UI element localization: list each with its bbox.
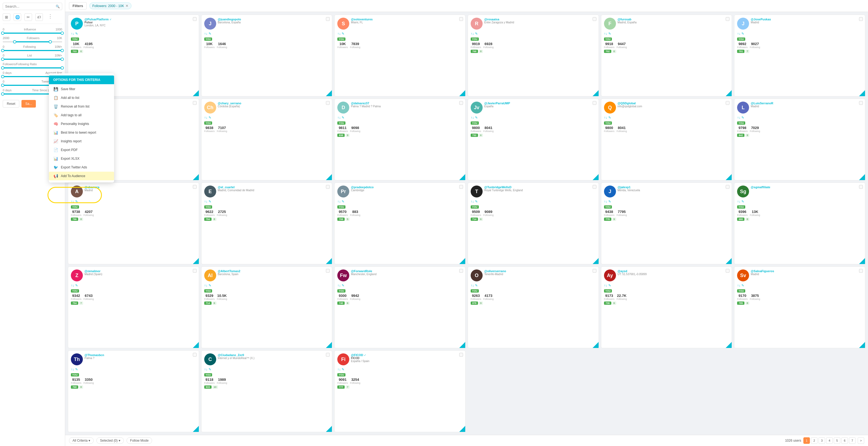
dropdown-item-add-all-to-list[interactable]: 📋Add all to list xyxy=(49,93,114,102)
card-checkbox-14[interactable] xyxy=(459,185,463,189)
follow-icon-16[interactable]: ↑↓ xyxy=(604,200,607,203)
dropdown-item-export-xlsx[interactable]: 📊Export XLSX xyxy=(49,154,114,163)
dropdown-item-best-time-to-tweet-report[interactable]: 📊Best time to tweet report xyxy=(49,128,114,137)
list-icon-20[interactable]: ✎ xyxy=(342,284,344,287)
search-box[interactable]: 🔍 xyxy=(3,3,62,10)
list-icon-14[interactable]: ✎ xyxy=(342,200,344,203)
card-follow-corner-6[interactable] xyxy=(193,174,199,180)
card-checkbox-26[interactable] xyxy=(459,353,463,357)
filter-chip-close-icon[interactable]: ✕ xyxy=(125,4,128,8)
list-icon-17[interactable]: ✎ xyxy=(741,200,744,203)
follow-icon-1[interactable]: ↑↓ xyxy=(204,32,208,36)
follow-icon-11[interactable]: ↑↓ xyxy=(737,116,740,120)
scissors-icon[interactable]: ✂ xyxy=(25,13,32,21)
card-handle-24[interactable]: @Thomasbcn xyxy=(85,353,104,357)
card-handle-18[interactable]: @zenalmor xyxy=(85,269,100,273)
card-handle-15[interactable]: @TunbridgeWellsD xyxy=(484,185,512,189)
follow-icon-7[interactable]: ↑↓ xyxy=(204,116,208,120)
card-checkbox-5[interactable] xyxy=(859,17,863,21)
card-handle-7[interactable]: @chary_serrano xyxy=(218,101,242,105)
card-follow-corner-7[interactable] xyxy=(326,174,332,180)
page-3-button[interactable]: 3 xyxy=(818,437,825,444)
follow-icon-19[interactable]: ↑↓ xyxy=(204,284,208,287)
page-2-button[interactable]: 2 xyxy=(811,437,817,444)
follow-mode-button[interactable]: Follow Mode xyxy=(127,437,152,444)
list-icon-19[interactable]: ✎ xyxy=(209,284,211,287)
card-follow-corner-17[interactable] xyxy=(859,258,865,264)
follow-icon-17[interactable]: ↑↓ xyxy=(737,200,740,203)
card-handle-1[interactable]: @juandiegopolo xyxy=(218,18,241,21)
list-icon-2[interactable]: ✎ xyxy=(342,32,344,36)
list-icon-9[interactable]: ✎ xyxy=(475,116,478,120)
card-follow-corner-8[interactable] xyxy=(459,174,465,180)
card-checkbox-20[interactable] xyxy=(459,269,463,273)
card-handle-14[interactable]: @pradeepdotco xyxy=(351,185,373,189)
list-icon-15[interactable]: ✎ xyxy=(475,200,478,203)
card-checkbox-11[interactable] xyxy=(859,101,863,105)
card-checkbox-3[interactable] xyxy=(593,17,596,21)
card-checkbox-9[interactable] xyxy=(593,101,596,105)
card-follow-corner-0[interactable] xyxy=(193,90,199,96)
follow-icon-10[interactable]: ↑↓ xyxy=(604,116,607,120)
card-checkbox-1[interactable] xyxy=(326,17,330,21)
list-icon-26[interactable]: ✎ xyxy=(342,367,344,371)
dropdown-item-export-twitter-ads[interactable]: 🐦Export Twitter Ads xyxy=(49,163,114,172)
card-checkbox-7[interactable] xyxy=(326,101,330,105)
card-checkbox-16[interactable] xyxy=(726,185,730,189)
card-follow-corner-2[interactable] xyxy=(459,90,465,96)
card-handle-3[interactable]: @rosaaisa xyxy=(484,18,499,21)
follow-icon-22[interactable]: ↑↓ xyxy=(604,284,607,287)
card-checkbox-17[interactable] xyxy=(859,185,863,189)
list-icon-4[interactable]: ✎ xyxy=(608,32,611,36)
card-handle-4[interactable]: @furosab xyxy=(618,18,631,21)
card-checkbox-4[interactable] xyxy=(726,17,730,21)
card-follow-corner-11[interactable] xyxy=(859,174,865,180)
card-follow-corner-16[interactable] xyxy=(726,258,732,264)
dropdown-item-add-tags-to-all[interactable]: 🏷️Add tags to all xyxy=(49,111,114,120)
all-criteria-button[interactable]: All Criteria ▾ xyxy=(69,437,94,444)
dropdown-item-insights-report[interactable]: 📈Insights report xyxy=(49,137,114,146)
card-checkbox-0[interactable] xyxy=(193,17,197,21)
card-handle-11[interactable]: @LuisSerranoR xyxy=(751,101,773,105)
card-checkbox-13[interactable] xyxy=(326,185,330,189)
follow-icon-3[interactable]: ↑↓ xyxy=(471,32,474,36)
follow-icon-5[interactable]: ↑↓ xyxy=(737,32,740,36)
card-handle-10[interactable]: @QSDglobal xyxy=(618,101,636,105)
card-follow-corner-12[interactable] xyxy=(193,258,199,264)
card-follow-corner-4[interactable] xyxy=(726,90,732,96)
card-handle-5[interactable]: @JosePuskas xyxy=(751,18,771,21)
card-handle-19[interactable]: @AlbertTomas2 xyxy=(218,269,240,273)
filter-chip-followers[interactable]: Followers: 2000 - 10K ✕ xyxy=(89,2,131,9)
card-follow-corner-9[interactable] xyxy=(593,174,598,180)
card-follow-corner-23[interactable] xyxy=(859,342,865,348)
card-follow-corner-26[interactable] xyxy=(459,426,465,432)
card-checkbox-21[interactable] xyxy=(593,269,596,273)
card-handle-13[interactable]: @el_cuartel xyxy=(218,185,235,189)
search-input[interactable] xyxy=(5,4,55,8)
card-checkbox-18[interactable] xyxy=(193,269,197,273)
card-checkbox-15[interactable] xyxy=(593,185,596,189)
card-handle-21[interactable]: @oliverserrano xyxy=(484,269,506,273)
card-handle-0[interactable]: @PulsarPlatform xyxy=(85,18,108,21)
dropdown-item-export-pdf[interactable]: 📄Export PDF xyxy=(49,146,114,154)
card-checkbox-8[interactable] xyxy=(459,101,463,105)
card-handle-26[interactable]: @FICOD xyxy=(351,353,363,357)
follow-icon-2[interactable]: ↑↓ xyxy=(337,32,341,36)
card-follow-corner-13[interactable] xyxy=(326,258,332,264)
card-handle-9[interactable]: @JavierParraUMP xyxy=(484,101,510,105)
grid-icon[interactable]: ⊞ xyxy=(3,13,10,21)
dropdown-item-remove-all-from-list[interactable]: 🗑️Remove all from list xyxy=(49,102,114,111)
follow-icon-24[interactable]: ↑↓ xyxy=(71,367,74,371)
list-icon-24[interactable]: ✎ xyxy=(75,367,78,371)
card-follow-corner-14[interactable] xyxy=(459,258,465,264)
list-icon-1[interactable]: ✎ xyxy=(209,32,211,36)
next-page-button[interactable]: > xyxy=(858,437,864,444)
card-handle-12[interactable]: @abarrera xyxy=(85,185,99,189)
list-icon-22[interactable]: ✎ xyxy=(608,284,611,287)
tag-icon[interactable]: 🏷 xyxy=(35,13,43,21)
card-follow-corner-10[interactable] xyxy=(726,174,732,180)
card-handle-17[interactable]: @sgmaffiliate xyxy=(751,185,770,189)
follow-icon-13[interactable]: ↑↓ xyxy=(204,200,208,203)
follow-icon-20[interactable]: ↑↓ xyxy=(337,284,341,287)
list-icon-23[interactable]: ✎ xyxy=(741,284,744,287)
